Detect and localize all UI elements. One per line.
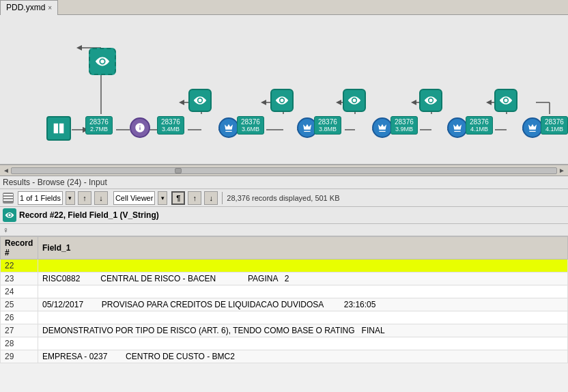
book-node[interactable]: [46, 116, 71, 141]
record-up-icon: ↑: [193, 194, 197, 202]
horizontal-scrollbar[interactable]: ◄ ►: [0, 165, 568, 176]
scroll-right-button[interactable]: ►: [557, 167, 567, 174]
browse-node-3[interactable]: [270, 89, 294, 112]
data-node-7[interactable]: 28376 4.1MB: [541, 116, 568, 135]
scroll-up-button[interactable]: ↑: [78, 191, 91, 205]
svg-point-36: [353, 99, 356, 102]
record-value-25: 05/12/2017 PROVISAO PARA CREDITOS DE LIQ…: [38, 298, 568, 311]
results-header-label: Results - Browse (24) - Input: [3, 178, 107, 187]
svg-marker-30: [486, 100, 492, 105]
record-down-button[interactable]: ↓: [204, 191, 218, 205]
data-node-1[interactable]: 28376 2.7MB: [85, 116, 113, 135]
female-symbol: ♀: [3, 225, 9, 235]
record-id-25: 25: [1, 298, 38, 311]
record-id-23: 23: [1, 272, 38, 285]
tab-pdd[interactable]: PDD.yxmd ×: [0, 0, 58, 15]
browse-node-5[interactable]: [419, 89, 442, 112]
table-row[interactable]: 26: [1, 311, 568, 324]
svg-marker-27: [411, 100, 416, 105]
data-node-1-size: 2.7MB: [89, 126, 109, 132]
fields-dropdown-arrow[interactable]: ▾: [66, 191, 75, 205]
workflow-canvas: 28376 2.7MB 28376 3.4MB 2837: [0, 15, 568, 165]
record-id-27: 27: [1, 324, 38, 337]
svg-marker-18: [179, 100, 184, 105]
tab-close-button[interactable]: ×: [48, 4, 52, 12]
chevron-down-icon: ▾: [68, 195, 72, 201]
record-info-text: Record #22, Field Field_1 (V_String): [19, 210, 159, 220]
svg-point-37: [429, 99, 433, 102]
data-node-6[interactable]: 28376 4.1MB: [466, 116, 493, 135]
record-up-button[interactable]: ↑: [188, 191, 201, 205]
data-node-1-count: 28376: [89, 118, 109, 126]
crown-node-3[interactable]: [372, 117, 393, 138]
svg-rect-39: [3, 194, 13, 195]
record-info-bar: Record #22, Field Field_1 (V_String): [0, 207, 568, 224]
table-row[interactable]: 29 EMPRESA - 0237 CENTRO DE CUSTO - BMC2: [1, 350, 568, 363]
table-row[interactable]: 22: [1, 260, 568, 272]
transform-node-1[interactable]: [130, 117, 150, 138]
svg-point-34: [199, 99, 202, 102]
table-row[interactable]: 25 05/12/2017 PROVISAO PARA CREDITOS DE …: [1, 298, 568, 311]
record-down-icon: ↓: [210, 194, 214, 202]
cell-viewer-dropdown[interactable]: Cell Viewer: [113, 191, 155, 205]
svg-point-38: [505, 99, 508, 102]
col-header-field1: Field_1: [38, 237, 568, 260]
data-node-3[interactable]: 28376 3.6MB: [237, 116, 264, 135]
data-node-2[interactable]: 28376 3.4MB: [157, 116, 184, 135]
record-value-24: [38, 285, 568, 298]
fields-dropdown[interactable]: 1 of 1 Fields: [18, 191, 63, 205]
scroll-down-button[interactable]: ↓: [94, 191, 108, 205]
toolbar: 1 of 1 Fields ▾ ↑ ↓ Cell Viewer ▾ ¶ ↑ ↓: [0, 189, 568, 207]
chevron-down-icon-2: ▾: [161, 195, 165, 201]
scrollbar-track[interactable]: [11, 167, 557, 174]
tab-bar: PDD.yxmd ×: [0, 0, 568, 15]
table-rows-icon: [3, 193, 14, 204]
crown-node-4[interactable]: [447, 117, 468, 138]
record-id-26: 26: [1, 311, 38, 324]
browse-node-1[interactable]: [89, 48, 116, 75]
data-node-5[interactable]: 28376 3.9MB: [390, 116, 418, 135]
crown-node-1[interactable]: [218, 117, 239, 138]
data-table: Record # Field_1 22 23 RISC0882 CENTRAL …: [0, 236, 568, 363]
svg-rect-40: [3, 197, 13, 198]
down-arrow-icon: ↓: [99, 194, 103, 202]
browse-icon-small: [3, 208, 16, 222]
paragraph-button[interactable]: ¶: [171, 191, 185, 205]
table-row[interactable]: 24: [1, 285, 568, 298]
cell-viewer-dropdown-arrow[interactable]: ▾: [158, 191, 167, 205]
browse-node-6[interactable]: [494, 89, 517, 112]
scrollbar-thumb[interactable]: [175, 168, 182, 173]
record-value-28: [38, 337, 568, 350]
browse-node-4[interactable]: [343, 89, 366, 112]
paragraph-icon: ¶: [176, 194, 180, 202]
table-row[interactable]: 23 RISC0882 CENTRAL DE RISCO - BACEN PAG…: [1, 272, 568, 285]
yellow-indicator-row: ♀: [0, 224, 568, 236]
svg-point-35: [281, 99, 284, 102]
svg-marker-21: [261, 100, 266, 105]
record-id-24: 24: [1, 285, 38, 298]
svg-point-33: [100, 59, 104, 64]
svg-marker-24: [336, 100, 341, 105]
col-header-record: Record #: [1, 237, 38, 260]
svg-point-42: [8, 214, 11, 216]
svg-marker-15: [76, 45, 82, 51]
tab-label: PDD.yxmd: [6, 3, 45, 12]
results-panel: Results - Browse (24) - Input 1 of 1 Fie…: [0, 176, 568, 363]
record-id-22: 22: [1, 260, 38, 272]
table-row[interactable]: 27 DEMONSTRATIVO POR TIPO DE RISCO (ART.…: [1, 324, 568, 337]
scroll-left-button[interactable]: ◄: [1, 167, 11, 174]
fields-label: 1 of 1 Fields: [20, 194, 61, 202]
records-info-label: 28,376 records displayed, 501 KB: [227, 194, 339, 202]
crown-node-5[interactable]: [522, 117, 543, 138]
results-header: Results - Browse (24) - Input: [0, 176, 568, 189]
svg-rect-41: [3, 199, 13, 201]
up-arrow-icon: ↑: [83, 194, 87, 202]
toolbar-separator: [222, 192, 223, 204]
record-id-29: 29: [1, 350, 38, 363]
record-value-22: [38, 260, 568, 272]
cell-viewer-label: Cell Viewer: [115, 194, 153, 202]
browse-node-2[interactable]: [188, 89, 212, 112]
data-node-4[interactable]: 28376 3.8MB: [314, 116, 341, 135]
table-row[interactable]: 28: [1, 337, 568, 350]
record-value-26: [38, 311, 568, 324]
